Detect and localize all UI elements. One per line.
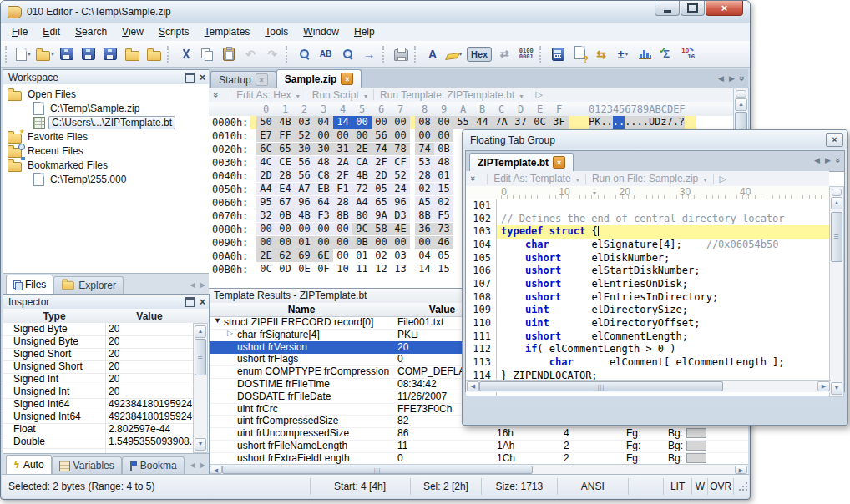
tab-scroll-right-icon[interactable]: ▶ <box>825 156 831 164</box>
import-hex-button[interactable] <box>121 44 143 64</box>
template-result-row[interactable]: ushort frExtraFieldLength01Ch2Fg:Bg: <box>209 452 748 465</box>
hex-byte[interactable]: 14 <box>415 263 434 275</box>
save-button[interactable] <box>56 44 78 64</box>
hex-byte[interactable]: 00 <box>434 129 453 142</box>
hex-byte[interactable]: 28 <box>333 196 352 209</box>
hex-byte[interactable]: 56 <box>295 156 314 169</box>
save-as-button[interactable] <box>78 44 99 64</box>
hex-byte[interactable]: 03 <box>391 249 410 262</box>
collapse-toolbar-icon[interactable]: » <box>211 92 221 97</box>
hex-byte[interactable]: 58 <box>372 223 391 235</box>
menu-file[interactable]: File <box>4 23 35 40</box>
tab-scroll-right-icon[interactable]: ▶ <box>729 74 735 83</box>
dropdown-arrow-icon[interactable]: ▾ <box>625 50 629 58</box>
floating-titlebar[interactable]: Floating Tab Group × <box>463 130 847 149</box>
code-line[interactable]: 101 <box>466 199 831 213</box>
close-tab-icon[interactable]: × <box>256 73 268 86</box>
bg-color-swatch[interactable] <box>686 428 706 438</box>
maximize-button[interactable] <box>681 1 705 16</box>
tree-item[interactable]: Open Files <box>8 88 76 101</box>
ascii-char[interactable]: . <box>619 116 625 129</box>
hex-byte[interactable]: A7 <box>295 183 314 195</box>
hex-byte[interactable]: 08 <box>415 116 434 129</box>
close-tab-icon[interactable]: × <box>341 73 353 85</box>
hex-byte[interactable]: 01 <box>295 236 314 249</box>
hex-byte[interactable]: 28 <box>415 169 434 182</box>
hex-byte[interactable]: 64 <box>314 196 333 209</box>
tab-variables[interactable]: Variables <box>52 456 122 474</box>
hex-byte[interactable]: 69 <box>295 249 314 262</box>
template-result-row[interactable]: ushort frFileNameLength111Ah2Fg:Bg: <box>209 440 748 453</box>
hex-byte[interactable]: 4B <box>295 209 314 222</box>
code-line[interactable]: 107 ushort elEntriesOnDisk; <box>466 278 831 291</box>
hex-byte[interactable]: E4 <box>276 183 295 195</box>
menu-view[interactable]: View <box>114 23 151 40</box>
hex-byte[interactable]: 30 <box>314 143 333 155</box>
hex-byte[interactable]: 04 <box>314 116 333 129</box>
ascii-char[interactable]: z <box>660 116 666 129</box>
code-editor[interactable]: 101102// Defines the end of central dire… <box>466 199 831 396</box>
font-button[interactable]: A <box>422 44 443 64</box>
undo-button[interactable]: ↶ <box>240 44 261 64</box>
inspector-row[interactable]: Unsigned Int20 <box>3 386 195 399</box>
operations-button[interactable]: ±▾ <box>612 44 634 64</box>
tree-item[interactable]: C:\Temp\Sample.zip <box>33 102 139 115</box>
hex-byte[interactable]: 32 <box>256 209 276 222</box>
code-line[interactable]: 111 ushort elCommentLength; <box>466 330 831 344</box>
tab-auto[interactable]: ϟAuto <box>6 455 52 474</box>
hex-byte[interactable]: 65 <box>372 196 391 209</box>
find-button[interactable] <box>293 44 315 64</box>
hex-byte[interactable]: 62 <box>276 249 295 262</box>
hex-byte[interactable]: 36 <box>415 223 434 235</box>
run-template-selector[interactable]: Run Template: ZIPTemplate.bt ▾ <box>380 89 523 101</box>
inspector-row[interactable]: Double1.5495355093908... <box>3 436 195 449</box>
hex-byte[interactable]: 03 <box>295 116 314 129</box>
menu-tools[interactable]: Tools <box>257 23 296 40</box>
hex-byte[interactable]: 0B <box>434 143 453 155</box>
tab-bookma[interactable]: Bookma <box>122 456 185 474</box>
hex-byte[interactable]: F1 <box>333 183 352 195</box>
tab-scroll-arrows[interactable]: ◀ ▶ <box>190 281 207 289</box>
edit-as-selector[interactable]: Edit As: Template ▾ <box>493 173 579 184</box>
hex-byte[interactable]: 00 <box>415 129 434 142</box>
hex-byte[interactable]: C8 <box>314 169 333 182</box>
hex-byte[interactable]: 24 <box>391 183 410 195</box>
tree-item[interactable]: Bookmarked Files <box>8 159 108 172</box>
ascii-char[interactable]: . <box>643 116 649 129</box>
hex-byte[interactable]: EB <box>314 183 333 195</box>
hex-byte[interactable]: 14 <box>333 116 352 129</box>
hex-byte[interactable]: 11 <box>352 263 372 275</box>
hex-byte[interactable]: 0B <box>352 236 372 249</box>
close-tab-icon[interactable]: × <box>553 156 565 169</box>
hex-row[interactable]: 0000h:504B030414000000080055447A370C3FPK… <box>209 116 733 129</box>
hex-byte[interactable]: 13 <box>391 263 410 275</box>
inspector-row[interactable]: Signed Int64492384180195924... <box>3 398 195 411</box>
find-in-files-button[interactable] <box>336 44 358 64</box>
hex-byte[interactable]: 37 <box>511 116 530 129</box>
scroll-up-button[interactable]: ▲ <box>735 98 747 111</box>
hex-byte[interactable]: 74 <box>372 143 391 155</box>
hex-byte[interactable]: 46 <box>434 236 453 249</box>
ascii-char[interactable]: D <box>655 116 660 129</box>
hex-byte[interactable]: 74 <box>415 143 434 155</box>
hex-byte[interactable]: 56 <box>372 129 391 142</box>
hex-byte[interactable]: 0B <box>276 209 295 222</box>
hex-byte[interactable]: 52 <box>295 129 314 142</box>
dropdown-arrow-icon[interactable]: ▾ <box>51 50 54 58</box>
minimize-button[interactable] <box>655 1 680 16</box>
code-line[interactable]: 105 ushort elDiskNumber; <box>466 252 831 265</box>
hex-byte[interactable]: 4B <box>276 116 295 129</box>
print-button[interactable] <box>390 44 412 64</box>
collapse-toolbar-icon[interactable]: » <box>468 176 478 181</box>
hex-byte[interactable]: 12 <box>372 263 391 275</box>
inspector-row[interactable]: Unsigned Short20 <box>3 360 195 374</box>
scroll-thumb[interactable]: ||| <box>479 381 723 391</box>
ascii-char[interactable]: . <box>613 116 619 129</box>
tab-scroll-left-icon[interactable]: ◀ <box>814 156 820 164</box>
scroll-thumb[interactable]: ||| <box>222 466 533 474</box>
hex-byte[interactable]: 00 <box>314 236 333 249</box>
hex-byte[interactable]: 02 <box>415 183 434 195</box>
inspector-row[interactable]: Signed Int20 <box>3 373 195 386</box>
hex-byte[interactable]: 48 <box>314 156 333 169</box>
hex-byte[interactable]: 10 <box>333 263 352 275</box>
